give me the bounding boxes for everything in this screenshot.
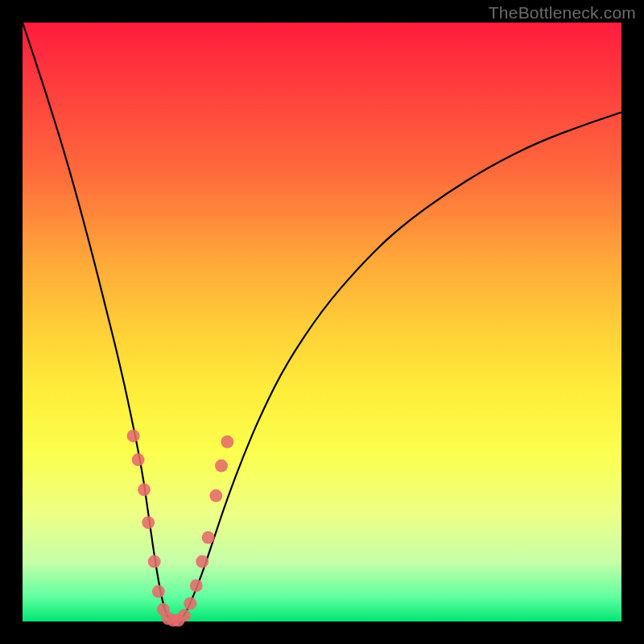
marker-dot	[178, 609, 191, 622]
marker-dot	[152, 585, 165, 598]
marker-dot	[127, 429, 140, 442]
marker-dot	[215, 460, 228, 473]
marker-dot	[190, 579, 203, 592]
marker-dot	[142, 516, 155, 529]
marker-dot	[196, 555, 208, 568]
marker-dot	[148, 555, 161, 568]
marker-dot	[209, 489, 222, 502]
watermark-text: TheBottleneck.com	[489, 3, 636, 23]
marker-dot	[202, 531, 215, 544]
bottleneck-curve	[23, 23, 621, 621]
chart-frame: TheBottleneck.com	[0, 0, 644, 644]
marker-dot	[184, 597, 196, 610]
chart-svg	[23, 23, 621, 621]
marker-dot	[132, 453, 145, 466]
marker-dot	[138, 483, 151, 496]
marker-dot	[221, 436, 233, 448]
